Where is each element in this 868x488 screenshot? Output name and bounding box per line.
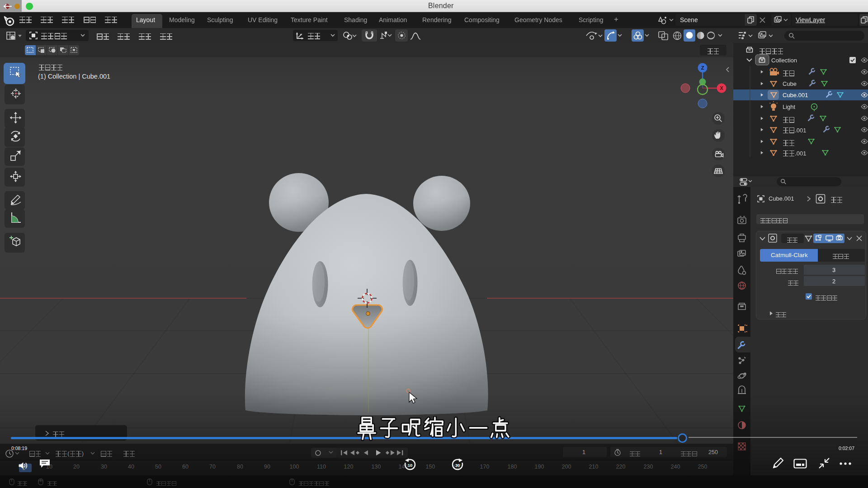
svg-text:Z: Z	[701, 65, 704, 70]
svg-text:X: X	[720, 85, 723, 91]
svg-text:10: 10	[408, 463, 413, 468]
svg-text:30: 30	[455, 463, 460, 468]
